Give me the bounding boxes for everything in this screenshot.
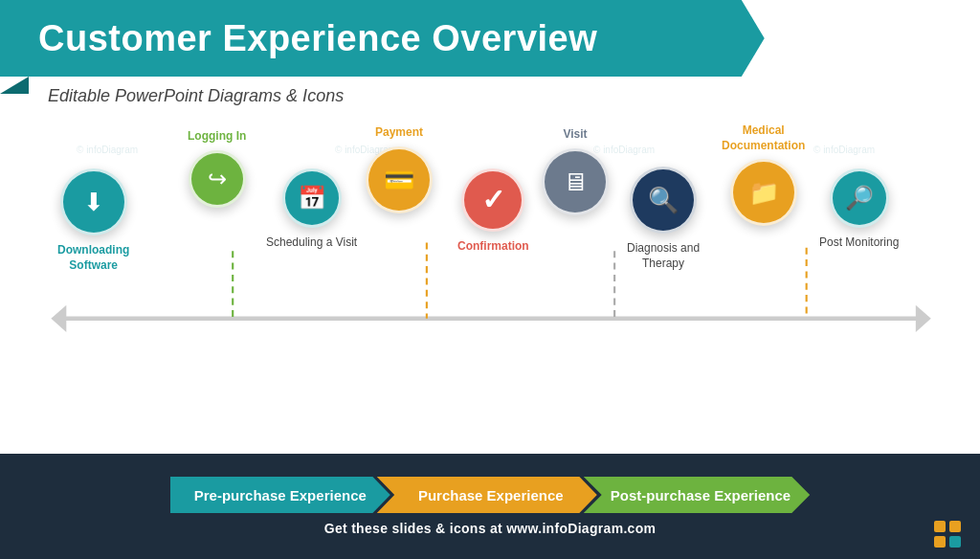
circle-visit: 🖥 [542,148,609,215]
node-confirmation: ✓ Confirmation [457,168,529,255]
circle-medical: 📁 [730,159,797,226]
header-title: Customer Experience Overview [38,18,597,59]
diagram-area: © infoDiagram © infoDiagram © infoDiagra… [0,116,980,454]
circle-scheduling: 📅 [282,168,342,228]
circle-diagnosis: 🔍 [630,167,697,234]
label-downloading: DownloadingSoftware [57,243,129,273]
icon-download: ⬇ [83,190,104,214]
svg-rect-7 [934,521,946,532]
node-monitoring: 🔎 Post Monitoring [819,168,899,251]
svg-rect-10 [949,536,961,548]
icon-diagnosis: 🔍 [648,188,679,212]
circle-confirmation: ✓ [461,168,524,232]
node-visit: Visit 🖥 [542,127,609,215]
svg-marker-2 [916,305,931,332]
label-top-visit: Visit [563,127,587,143]
footer-span: Get these slides & icons at www.infoDiag… [324,521,657,536]
main-container: Customer Experience Overview Editable Po… [0,0,980,559]
label-top-payment: Payment [375,125,423,141]
node-downloading: ⬇ DownloadingSoftware [57,168,129,273]
label-scheduling: Scheduling a Visit [266,235,357,251]
label-top-logging: Logging In [188,129,246,145]
bottom-bar: Pre-purchase Experience Purchase Experie… [0,454,980,559]
node-medical: MedicalDocumentation 📁 [722,123,805,226]
node-scheduling: 📅 Scheduling a Visit [266,168,357,251]
infodiagram-logo [934,521,961,548]
svg-rect-8 [949,521,961,532]
icon-payment: 💳 [384,168,414,192]
icon-calendar: 📅 [298,187,326,210]
timeline-svg [0,116,980,454]
watermark1: © infoDiagram [77,145,138,155]
circle-payment: 💳 [366,146,433,213]
pre-purchase-arrow[interactable]: Pre-purchase Experience [170,477,390,513]
experience-arrows: Pre-purchase Experience Purchase Experie… [170,477,810,513]
svg-marker-1 [51,305,66,332]
icon-monitoring: 🔎 [845,187,874,210]
footer-text: Get these slides & icons at www.infoDiag… [324,521,657,536]
node-diagnosis: 🔍 Diagnosis andTherapy [627,167,700,271]
header-fold [0,77,29,94]
circle-downloading: ⬇ [60,168,127,235]
icon-login: ↪ [208,168,227,190]
post-purchase-arrow[interactable]: Post-purchase Experience [584,477,810,513]
label-monitoring: Post Monitoring [819,235,899,251]
icon-visit: 🖥 [563,169,588,194]
label-confirmation: Confirmation [457,239,529,255]
node-logging: Logging In ↪ [188,129,246,208]
watermark4: © infoDiagram [813,145,875,155]
subtitle: Editable PowerPoint Diagrams & Icons [0,77,980,116]
label-top-medical: MedicalDocumentation [722,123,805,153]
header-banner: Customer Experience Overview [0,0,765,77]
icon-medical: 📁 [748,180,779,205]
label-diagnosis: Diagnosis andTherapy [627,241,700,271]
node-payment: Payment 💳 [366,125,433,213]
purchase-arrow[interactable]: Purchase Experience [377,477,597,513]
svg-rect-9 [934,536,946,548]
circle-monitoring: 🔎 [830,168,889,228]
logo-icon [934,521,961,548]
circle-logging: ↪ [189,150,246,208]
icon-check: ✓ [481,186,505,214]
